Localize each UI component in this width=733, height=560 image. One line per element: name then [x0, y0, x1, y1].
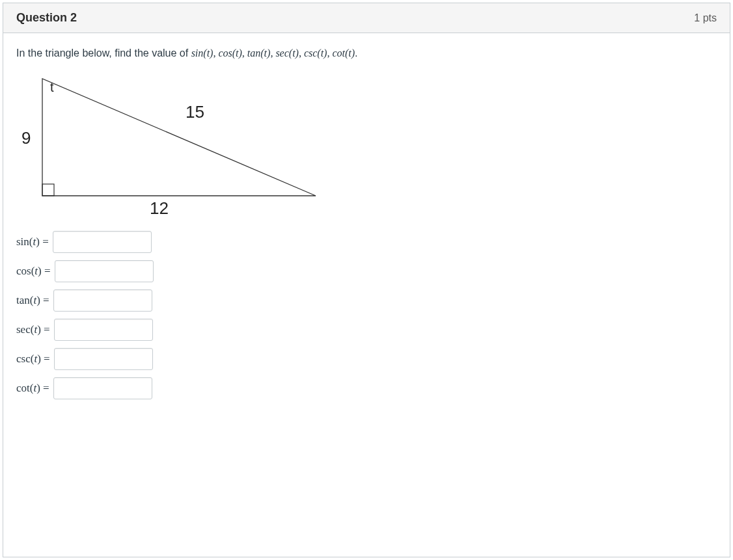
answer-row-csc: csc(t) =: [16, 348, 717, 370]
prompt-functions: sin(t), cos(t), tan(t), sec(t), csc(t), …: [191, 47, 355, 59]
answer-label-cos: cos(t) =: [16, 265, 51, 278]
answer-row-tan: tan(t) =: [16, 289, 717, 312]
answer-row-cos: cos(t) =: [16, 260, 717, 282]
question-body: In the triangle below, find the value of…: [3, 33, 730, 421]
triangle-outline: [42, 79, 316, 196]
side-label-base: 12: [150, 198, 169, 215]
side-label-vertical: 9: [21, 128, 31, 148]
answer-input-sin[interactable]: [53, 231, 152, 253]
question-header: Question 2 1 pts: [3, 3, 730, 33]
answer-label-cot: cot(t) =: [16, 382, 49, 395]
answer-input-sec[interactable]: [54, 319, 153, 341]
triangle-figure: t 9 15 12: [16, 66, 717, 218]
answer-input-csc[interactable]: [54, 348, 153, 370]
side-label-hypotenuse: 15: [186, 102, 204, 122]
prompt-prefix: In the triangle below, find the value of: [16, 47, 191, 59]
prompt-suffix: .: [355, 47, 357, 59]
question-prompt: In the triangle below, find the value of…: [16, 47, 717, 59]
answer-label-csc: csc(t) =: [16, 353, 50, 366]
question-title: Question 2: [16, 11, 77, 25]
right-angle-marker: [42, 184, 54, 196]
question-points: 1 pts: [694, 12, 717, 24]
answer-input-cos[interactable]: [55, 260, 154, 282]
answer-row-sec: sec(t) =: [16, 319, 717, 341]
angle-label-t: t: [50, 80, 54, 94]
answer-row-sin: sin(t) =: [16, 231, 717, 253]
answer-label-tan: tan(t) =: [16, 294, 49, 307]
answer-label-sin: sin(t) =: [16, 235, 49, 248]
triangle-svg: t 9 15 12: [16, 66, 329, 215]
answer-input-tan[interactable]: [53, 289, 152, 312]
answer-row-cot: cot(t) =: [16, 377, 717, 399]
question-card: Question 2 1 pts In the triangle below, …: [3, 3, 730, 557]
answers-block: sin(t) = cos(t) = tan(t) = sec(t) = csc(…: [16, 231, 717, 399]
answer-label-sec: sec(t) =: [16, 323, 50, 336]
answer-input-cot[interactable]: [53, 377, 152, 399]
